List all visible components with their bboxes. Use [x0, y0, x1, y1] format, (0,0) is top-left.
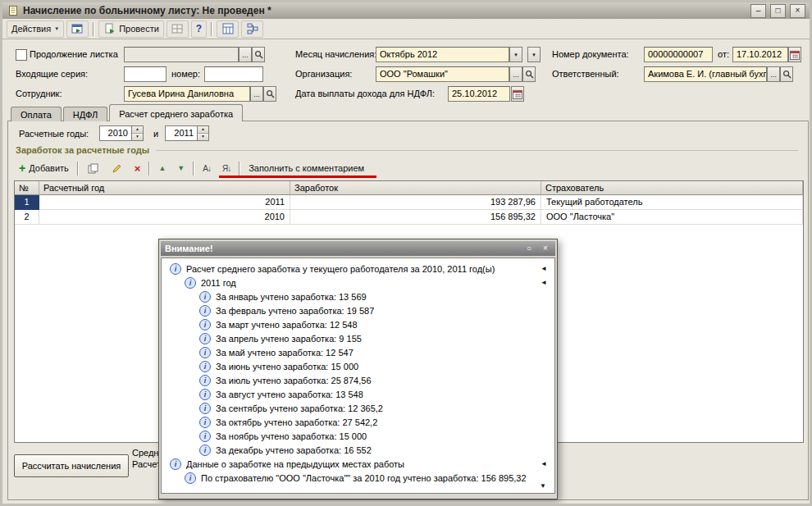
add-row-button[interactable]: + Добавить [14, 160, 74, 176]
continuation-checkbox[interactable] [16, 49, 27, 61]
year-end-field[interactable]: 2011 [165, 125, 198, 141]
title-bar[interactable]: Начисление по больничному листу: Не пров… [2, 2, 810, 19]
month-dropdown-button[interactable]: ▼ [509, 47, 522, 62]
delete-row-button[interactable]: × [130, 160, 146, 176]
message-line[interactable]: i За июнь учтено заработка: 15 000 [162, 359, 554, 373]
message-text: 2011 год [201, 278, 236, 288]
actions-menu-button[interactable]: Действия ▼ [7, 21, 64, 38]
table-row[interactable]: 2 2010 156 895,32 ООО "Ласточка" [15, 210, 803, 225]
tab[interactable]: НДФЛ [63, 107, 107, 121]
doc-date-from-label: от: [718, 49, 729, 60]
message-line[interactable]: i За май учтено заработка: 12 547 [162, 345, 554, 359]
header-cell[interactable]: Страхователь [541, 181, 803, 195]
help-button[interactable]: ? [191, 21, 207, 38]
spin-up-icon[interactable]: ▲ [198, 126, 208, 134]
warning-close-button[interactable]: × [540, 243, 551, 254]
header-cell[interactable]: Расчетный год [39, 181, 290, 195]
tab[interactable]: Расчет среднего заработка [109, 104, 243, 121]
responsible-choose-button[interactable]: ... [767, 66, 780, 82]
cell-insurer[interactable]: Текущий работодатель [541, 195, 803, 210]
spin-down-icon[interactable]: ▼ [198, 134, 208, 140]
message-line[interactable]: i За февраль учтено заработка: 19 587 [162, 303, 554, 317]
message-line[interactable]: i За декабрь учтено заработка: 16 552 [162, 443, 554, 457]
message-line[interactable]: i За март учтено заработка: 12 548 [162, 317, 554, 331]
pin-button[interactable]: ○ [523, 243, 535, 254]
magnifier-icon [254, 50, 263, 59]
open-list-icon-button[interactable] [66, 21, 89, 38]
message-line[interactable]: i За ноябрь учтено заработка: 15 000 [162, 429, 554, 443]
info-icon: i [199, 333, 211, 344]
post-button[interactable]: Провести [98, 21, 164, 38]
number-field[interactable] [204, 66, 263, 82]
tab[interactable]: Оплата [11, 107, 62, 121]
org-choose-button[interactable]: ... [509, 66, 522, 82]
warning-titlebar[interactable]: Внимание! ○ × [161, 241, 555, 256]
org-field[interactable]: ООО "Ромашки" [376, 66, 509, 82]
org-find-button[interactable] [522, 66, 536, 82]
month-picker-button[interactable]: ▼ [527, 47, 541, 62]
cell-row-number[interactable]: 1 [15, 195, 39, 210]
cell-insurer[interactable]: ООО "Ласточка" [541, 210, 803, 225]
minimize-button[interactable]: – [750, 4, 766, 18]
postings-icon-button[interactable] [167, 21, 189, 38]
spin-up-icon[interactable]: ▲ [132, 126, 143, 134]
ndfl-calendar-button[interactable] [511, 86, 524, 102]
cell-year[interactable]: 2010 [39, 210, 290, 225]
table-row[interactable]: 1 2011 193 287,96 Текущий работодатель [15, 195, 803, 210]
postings-icon [171, 23, 184, 35]
toolbar-separator [211, 22, 212, 36]
doc-number-label: Номер документа: [552, 49, 629, 60]
close-button[interactable]: × [790, 4, 805, 18]
message-line[interactable]: i За апрель учтено заработка: 9 155 [162, 331, 554, 345]
message-line[interactable]: i За январь учтено заработка: 13 569 [162, 289, 554, 303]
continuation-find-button[interactable] [252, 47, 265, 62]
calculate-accruals-button[interactable]: Рассчитать начисления [14, 454, 129, 477]
report-icon-button[interactable] [217, 21, 239, 38]
edit-row-button[interactable] [106, 160, 128, 176]
move-up-button[interactable]: ▲ [153, 160, 171, 176]
cell-year[interactable]: 2011 [39, 195, 290, 210]
doc-number-field[interactable]: 00000000007 [644, 47, 713, 62]
responsible-find-button[interactable] [780, 66, 793, 82]
header-cell[interactable]: Заработок [290, 181, 541, 195]
maximize-button[interactable]: □ [770, 4, 786, 18]
message-line[interactable]: i За октябрь учтено заработка: 27 542,2 [162, 415, 554, 429]
month-field[interactable]: Октябрь 2012 [376, 47, 509, 62]
structure-icon-button[interactable] [241, 21, 263, 38]
copy-row-button[interactable] [82, 160, 104, 176]
info-icon: i [199, 305, 211, 317]
message-line[interactable]: i 2011 год ◄ [162, 276, 554, 289]
spin-down-icon[interactable]: ▼ [132, 134, 143, 140]
cell-row-number[interactable]: 2 [15, 210, 39, 225]
message-line[interactable]: i По страхователю "ООО "Ласточка"" за 20… [162, 471, 554, 485]
employee-find-button[interactable] [263, 86, 276, 102]
message-line[interactable]: i За сентябрь учтено заработка: 12 365,2 [162, 401, 554, 415]
employee-choose-button[interactable]: ... [250, 86, 263, 102]
header-cell[interactable]: № [15, 181, 39, 195]
ndfl-date-field[interactable]: 25.10.2012 [448, 86, 510, 102]
sort-asc-button[interactable]: А↓ [198, 160, 216, 176]
warning-messages: ▼ i Расчет среднего заработка у текущего… [161, 258, 555, 494]
message-line[interactable]: i Данные о заработке на предыдущих места… [162, 457, 554, 471]
continuation-choose-button[interactable]: ... [239, 47, 252, 62]
message-line[interactable]: i За июль учтено заработка: 25 874,56 [162, 373, 554, 387]
fill-comment-button[interactable]: Заполнить с комментарием [244, 160, 369, 176]
continuation-field[interactable] [124, 47, 239, 62]
sort-desc-button[interactable]: Я↓ [217, 160, 235, 176]
magnifier-icon [782, 70, 791, 79]
message-line[interactable]: i Расчет среднего заработка у текущего р… [162, 262, 554, 276]
responsible-field[interactable]: Акимова Е. И. (главный бухгал [644, 66, 767, 82]
toolbar-separator [148, 162, 150, 176]
series-field[interactable] [124, 66, 167, 82]
year-start-field[interactable]: 2010 [99, 125, 132, 141]
doc-date-field[interactable]: 17.10.2012 [732, 47, 788, 62]
cell-earnings[interactable]: 156 895,32 [290, 210, 541, 225]
message-text: По страхователю "ООО "Ласточка"" за 2010… [201, 473, 527, 483]
move-down-button[interactable]: ▼ [172, 160, 189, 176]
message-line[interactable]: i За август учтено заработка: 13 548 [162, 387, 554, 401]
doc-date-calendar-button[interactable] [788, 47, 801, 62]
cell-earnings[interactable]: 193 287,96 [290, 195, 541, 210]
employee-field[interactable]: Гусева Ирина Даниловна [124, 86, 250, 102]
continuation-label: Продолжение листка [30, 49, 118, 60]
info-icon: i [199, 431, 211, 442]
